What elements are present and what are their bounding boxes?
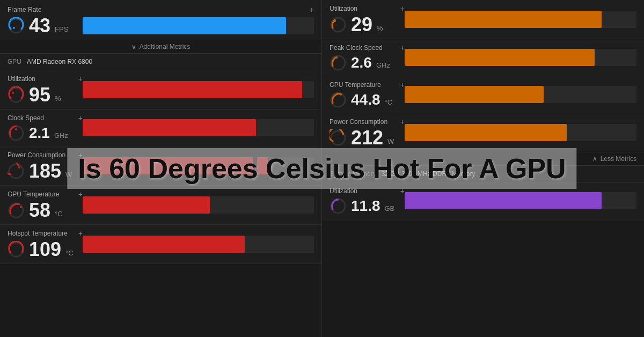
overlay-title: Is 60 Degrees Celsius Hot For A GPU: [67, 148, 576, 189]
hotspot-temperature-unit: °C: [65, 249, 74, 257]
gpu-utilization-unit: %: [55, 94, 61, 102]
svg-point-6: [9, 164, 23, 178]
svg-point-12: [331, 18, 345, 32]
svg-point-21: [336, 199, 339, 201]
clock-speed-unit: GHz: [54, 131, 68, 140]
less-metrics-chevron: ∧: [592, 155, 597, 163]
svg-point-9: [20, 206, 22, 208]
svg-point-7: [18, 166, 20, 169]
svg-point-17: [340, 93, 342, 96]
power-consumption-title: Power Consumption: [8, 151, 65, 159]
memory-utilization-bar: [405, 192, 636, 209]
cpu-power-plus[interactable]: +: [400, 118, 405, 126]
additional-metrics-bar[interactable]: ∨ Additional Metrics: [0, 40, 321, 54]
svg-point-19: [342, 133, 344, 135]
cpu-utilization-value: 29: [351, 15, 372, 34]
power-consumption-gauge: [8, 163, 25, 180]
svg-point-15: [335, 56, 338, 58]
frame-rate-section: Frame Rate + 43 FPS: [0, 0, 321, 40]
peak-clock-unit: GHz: [376, 61, 390, 69]
svg-point-11: [21, 251, 24, 253]
hotspot-temperature-title: Hotspot Temperature: [8, 230, 68, 237]
cpu-power-bar: [405, 124, 636, 141]
cpu-temperature-bar: [405, 86, 636, 103]
svg-point-5: [15, 128, 17, 130]
gpu-temperature-gauge: [8, 202, 25, 219]
cpu-utilization-bar: [405, 11, 636, 28]
cpu-temperature-title: CPU Temperature: [330, 81, 381, 89]
hotspot-temperature-bar: [83, 236, 314, 253]
cpu-utilization-plus[interactable]: +: [400, 4, 405, 13]
gpu-temperature-bar: [83, 196, 314, 214]
peak-clock-value: 2.6: [351, 55, 372, 70]
cpu-temperature-block: CPU Temperature + 44.8 °C: [322, 76, 644, 113]
clock-speed-block: Clock Speed + 2.1 GHz: [0, 109, 321, 146]
svg-point-10: [9, 243, 23, 257]
cpu-power-unit: W: [387, 137, 394, 145]
gpu-temperature-unit: °C: [55, 210, 63, 218]
gpu-temperature-plus[interactable]: +: [78, 190, 83, 199]
peak-clock-title: Peak Clock Speed: [330, 44, 383, 52]
gpu-temperature-title: GPU Temperature: [8, 191, 60, 198]
hotspot-temperature-gauge: [8, 241, 25, 258]
cpu-temperature-plus[interactable]: +: [400, 80, 405, 89]
gpu-label-section: GPU AMD Radeon RX 6800: [0, 54, 321, 70]
svg-point-2: [9, 88, 23, 102]
clock-speed-plus[interactable]: +: [78, 114, 83, 122]
gpu-utilization-gauge: [8, 86, 25, 104]
cpu-power-block: Power Consumption + 212 W: [322, 113, 644, 152]
gpu-utilization-value: 95: [29, 85, 50, 105]
svg-point-14: [331, 56, 345, 70]
memory-utilization-gauge: [330, 197, 347, 215]
gpu-name: AMD Radeon RX 6800: [27, 58, 92, 65]
hotspot-temperature-plus[interactable]: +: [78, 229, 83, 238]
frame-rate-value: 43: [29, 16, 50, 35]
additional-metrics-label: Additional Metrics: [140, 43, 191, 50]
hotspot-temperature-value: 109: [29, 240, 61, 259]
cpu-power-value: 212: [351, 128, 383, 148]
peak-clock-block: Peak Clock Speed + 2.6 GHz: [322, 39, 644, 76]
additional-chevron: ∨: [131, 43, 136, 50]
cpu-utilization-block: Utilization + 29 %: [322, 0, 644, 39]
svg-point-3: [12, 92, 14, 94]
gpu-temperature-value: 58: [29, 201, 50, 220]
cpu-utilization-gauge: [330, 16, 347, 33]
less-metrics-label: Less Metrics: [601, 155, 636, 163]
peak-clock-plus[interactable]: +: [400, 43, 405, 52]
cpu-temperature-unit: °C: [385, 98, 393, 106]
cpu-utilization-unit: %: [377, 24, 383, 32]
clock-speed-bar: [83, 119, 314, 136]
clock-speed-value: 2.1: [29, 126, 50, 141]
cpu-temperature-gauge: [330, 91, 347, 108]
svg-point-8: [9, 203, 23, 217]
frame-rate-unit: FPS: [55, 25, 68, 33]
frame-rate-bar: [83, 17, 314, 34]
memory-utilization-value: 11.8: [351, 199, 380, 214]
clock-speed-gauge: [8, 124, 25, 142]
peak-clock-gauge: [330, 54, 347, 71]
gpu-utilization-block: Utilization + 95 %: [0, 70, 321, 109]
cpu-power-gauge: [330, 129, 347, 146]
power-consumption-value: 185: [29, 162, 61, 181]
svg-point-13: [334, 20, 336, 22]
svg-point-0: [9, 19, 23, 33]
gpu-utilization-title: Utilization: [8, 75, 35, 83]
clock-speed-title: Clock Speed: [8, 114, 44, 122]
gpu-label: GPU: [8, 58, 21, 65]
svg-point-16: [331, 93, 345, 107]
svg-point-1: [13, 27, 15, 29]
hotspot-temperature-block: Hotspot Temperature + 109 °C: [0, 225, 321, 264]
gpu-utilization-plus[interactable]: +: [78, 75, 83, 83]
frame-rate-plus[interactable]: +: [310, 5, 314, 14]
memory-utilization-unit: GB: [385, 204, 395, 213]
peak-clock-bar: [405, 49, 636, 66]
cpu-power-title: Power Consumption: [330, 118, 387, 126]
gpu-temperature-block: GPU Temperature + 58 °C: [0, 186, 321, 225]
cpu-temperature-value: 44.8: [351, 92, 380, 107]
gpu-utilization-bar: [83, 81, 314, 98]
cpu-utilization-title: Utilization: [330, 5, 357, 12]
frame-rate-title: Frame Rate: [8, 6, 41, 13]
frame-rate-gauge: [8, 17, 25, 34]
